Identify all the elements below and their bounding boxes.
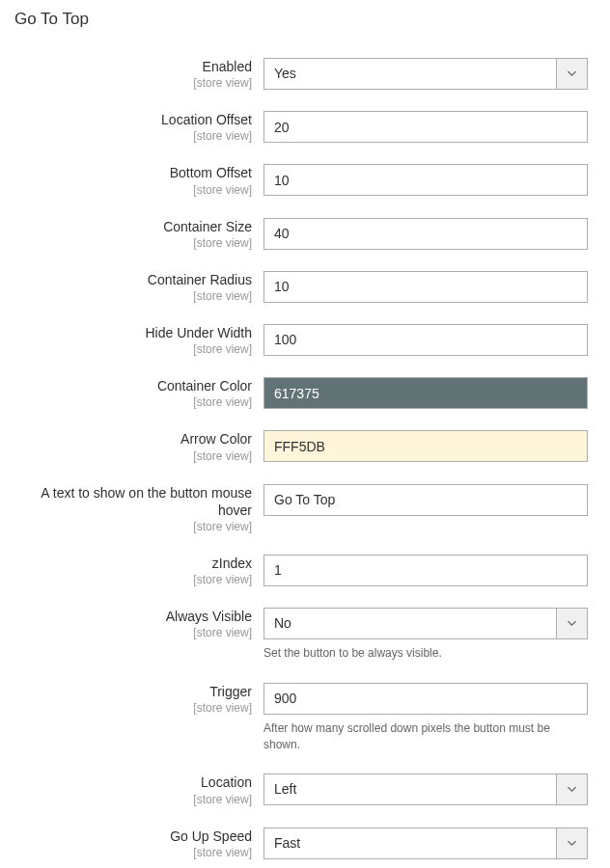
- location-offset-input[interactable]: [263, 111, 588, 143]
- label-col: Container Radius [store view]: [14, 271, 263, 303]
- hover-text-label: A text to show on the button mouse hover: [14, 484, 252, 519]
- field-always-visible: Always Visible [store view] No Set the b…: [14, 608, 596, 662]
- field-container-radius: Container Radius [store view]: [14, 271, 596, 303]
- go-to-top-section: Go To Top Enabled [store view] Yes Locat…: [0, 0, 610, 868]
- container-size-label: Container Size: [14, 218, 252, 235]
- field-arrow-color: Arrow Color [store view]: [14, 430, 596, 462]
- location-select[interactable]: Left: [263, 773, 588, 805]
- enabled-select[interactable]: Yes: [263, 58, 588, 90]
- input-col: [263, 218, 588, 250]
- location-label: Location: [14, 773, 252, 791]
- input-col: [263, 377, 588, 409]
- container-size-input[interactable]: [263, 218, 588, 250]
- go-up-speed-select-value: Fast: [263, 827, 556, 859]
- scope-label: [store view]: [14, 449, 252, 463]
- input-col: [263, 430, 588, 462]
- zindex-input[interactable]: [263, 555, 588, 586]
- label-col: Location [store view]: [14, 773, 263, 805]
- input-col: After how many scrolled down pixels the …: [263, 683, 588, 753]
- input-col: Left: [263, 773, 588, 805]
- label-col: Bottom Offset [store view]: [14, 164, 263, 196]
- location-select-value: Left: [263, 773, 556, 805]
- chevron-down-icon: [556, 58, 588, 90]
- scope-label: [store view]: [14, 76, 252, 90]
- input-col: Fast: [263, 827, 588, 859]
- always-visible-help: Set the button to be always visible.: [263, 645, 588, 662]
- bottom-offset-label: Bottom Offset: [14, 164, 252, 181]
- scope-label: [store view]: [14, 129, 252, 143]
- container-radius-label: Container Radius: [14, 271, 252, 288]
- hover-text-input[interactable]: [263, 484, 588, 516]
- label-col: Trigger [store view]: [14, 683, 263, 715]
- input-col: [263, 324, 588, 356]
- scope-label: [store view]: [14, 289, 252, 303]
- chevron-down-icon: [556, 608, 588, 639]
- go-up-speed-label: Go Up Speed: [14, 827, 252, 845]
- scope-label: [store view]: [14, 395, 252, 409]
- trigger-input[interactable]: [263, 683, 588, 715]
- field-location: Location [store view] Left: [14, 773, 596, 805]
- scope-label: [store view]: [14, 793, 252, 806]
- enabled-label: Enabled: [14, 58, 252, 75]
- field-hide-under-width: Hide Under Width [store view]: [14, 324, 596, 356]
- field-enabled: Enabled [store view] Yes: [14, 58, 596, 90]
- field-zindex: zIndex [store view]: [14, 555, 596, 586]
- field-container-size: Container Size [store view]: [14, 218, 596, 250]
- label-col: Hide Under Width [store view]: [14, 324, 263, 356]
- chevron-down-icon: [556, 773, 588, 805]
- input-col: [263, 555, 588, 586]
- input-col: [263, 484, 588, 516]
- always-visible-label: Always Visible: [14, 608, 252, 625]
- container-radius-input[interactable]: [263, 271, 588, 303]
- chevron-down-icon: [556, 827, 588, 859]
- enabled-select-value: Yes: [263, 58, 556, 90]
- field-bottom-offset: Bottom Offset [store view]: [14, 164, 596, 196]
- hide-under-width-input[interactable]: [263, 324, 588, 356]
- hide-under-width-label: Hide Under Width: [14, 324, 252, 341]
- label-col: Container Color [store view]: [14, 377, 263, 409]
- field-hover-text: A text to show on the button mouse hover…: [14, 484, 596, 533]
- input-col: [263, 111, 588, 143]
- bottom-offset-input[interactable]: [263, 164, 588, 196]
- scope-label: [store view]: [14, 520, 252, 533]
- label-col: Arrow Color [store view]: [14, 430, 263, 462]
- scope-label: [store view]: [14, 236, 252, 250]
- scope-label: [store view]: [14, 626, 252, 639]
- section-title: Go To Top: [14, 10, 596, 29]
- label-col: Container Size [store view]: [14, 218, 263, 250]
- input-col: Yes: [263, 58, 588, 90]
- field-container-color: Container Color [store view]: [14, 377, 596, 409]
- label-col: Enabled [store view]: [14, 58, 263, 90]
- field-trigger: Trigger [store view] After how many scro…: [14, 683, 596, 753]
- label-col: Always Visible [store view]: [14, 608, 263, 639]
- label-col: A text to show on the button mouse hover…: [14, 484, 263, 533]
- scope-label: [store view]: [14, 701, 252, 715]
- input-col: [263, 164, 588, 196]
- field-go-up-speed: Go Up Speed [store view] Fast: [14, 827, 596, 859]
- scope-label: [store view]: [14, 183, 252, 197]
- label-col: Location Offset [store view]: [14, 111, 263, 143]
- location-offset-label: Location Offset: [14, 111, 252, 128]
- zindex-label: zIndex: [14, 555, 252, 572]
- container-color-input[interactable]: [263, 377, 588, 409]
- always-visible-select[interactable]: No: [263, 608, 588, 639]
- label-col: Go Up Speed [store view]: [14, 827, 263, 859]
- trigger-help: After how many scrolled down pixels the …: [263, 720, 588, 753]
- always-visible-select-value: No: [263, 608, 556, 639]
- input-col: [263, 271, 588, 303]
- scope-label: [store view]: [14, 342, 252, 356]
- field-location-offset: Location Offset [store view]: [14, 111, 596, 143]
- scope-label: [store view]: [14, 573, 252, 586]
- scope-label: [store view]: [14, 846, 252, 859]
- arrow-color-label: Arrow Color: [14, 430, 252, 448]
- input-col: No Set the button to be always visible.: [263, 608, 588, 662]
- container-color-label: Container Color: [14, 377, 252, 394]
- trigger-label: Trigger: [14, 683, 252, 700]
- go-up-speed-select[interactable]: Fast: [263, 827, 588, 859]
- label-col: zIndex [store view]: [14, 555, 263, 586]
- arrow-color-input[interactable]: [263, 430, 588, 462]
